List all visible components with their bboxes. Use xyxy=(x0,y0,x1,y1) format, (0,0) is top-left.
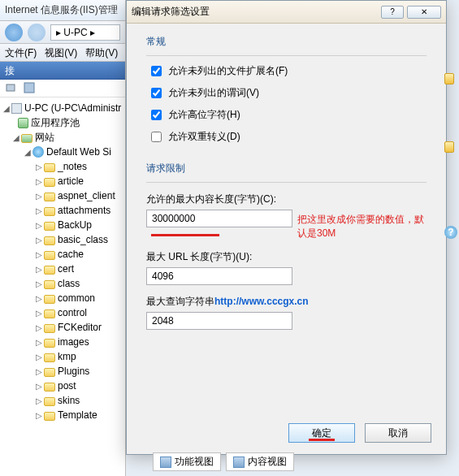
svg-rect-0 xyxy=(6,84,15,91)
tree-folder-article[interactable]: ▷article xyxy=(2,174,123,188)
features-icon xyxy=(160,457,171,468)
menubar: 文件(F) 视图(V) 帮助(V) xyxy=(0,44,125,62)
tree-folder-fckeditor[interactable]: ▷FCKeditor xyxy=(2,320,123,335)
expander-icon[interactable]: ▷ xyxy=(34,338,44,347)
expander-icon[interactable]: ▷ xyxy=(34,279,44,288)
expander-icon[interactable]: ▷ xyxy=(34,250,44,259)
expander-icon[interactable]: ▷ xyxy=(34,206,44,215)
tree-folder-skins[interactable]: ▷skins xyxy=(2,393,123,408)
ok-button[interactable]: 确定 xyxy=(288,423,355,443)
actions-tab[interactable] xyxy=(444,141,454,153)
expander-icon[interactable]: ▷ xyxy=(34,396,44,405)
expander-icon[interactable]: ▷ xyxy=(34,192,44,201)
expander-icon[interactable]: ▷ xyxy=(34,162,44,171)
expander-icon[interactable]: ▷ xyxy=(34,309,44,318)
main-titlebar: Internet 信息服务(IIS)管理 xyxy=(0,0,125,21)
dialog-body: 常规 允许未列出的文件扩展名(F) 允许未列出的谓词(V) 允许高位字符(H) … xyxy=(127,24,446,330)
dialog-title: 编辑请求筛选设置 xyxy=(132,5,210,19)
expander-icon[interactable]: ▷ xyxy=(34,382,44,391)
tree-folder-cert[interactable]: ▷cert xyxy=(2,262,123,276)
folder-icon xyxy=(44,266,55,275)
tab-content-view[interactable]: 内容视图 xyxy=(226,452,294,471)
nav-back-icon[interactable] xyxy=(5,24,23,41)
folder-icon xyxy=(44,309,55,318)
cancel-button[interactable]: 取消 xyxy=(365,423,431,443)
tree-apppools[interactable]: 应用程序池 xyxy=(2,115,123,130)
tree-folder-plugins[interactable]: ▷Plugins xyxy=(2,364,123,379)
folder-icon xyxy=(44,368,55,377)
connections-header: 接 xyxy=(0,62,125,80)
divider xyxy=(146,55,427,56)
expander-icon[interactable]: ▷ xyxy=(34,367,44,376)
tree-folder-control[interactable]: ▷control xyxy=(2,305,123,320)
menu-file[interactable]: 文件(F) xyxy=(5,46,37,58)
tree-folder-class[interactable]: ▷class xyxy=(2,276,123,291)
folder-icon xyxy=(44,295,55,304)
expander-icon[interactable]: ▷ xyxy=(34,236,44,244)
expander-icon[interactable]: ▷ xyxy=(34,221,44,230)
tree-folder-common[interactable]: ▷common xyxy=(2,291,123,305)
expander-icon[interactable]: ▷ xyxy=(34,353,44,361)
tree-sites[interactable]: ◢网站 xyxy=(2,130,123,145)
input-max-query[interactable] xyxy=(146,312,292,330)
nav-forward-icon[interactable] xyxy=(28,24,45,41)
folder-icon xyxy=(44,236,55,245)
label-max-content: 允许的最大内容长度(字节)(C): xyxy=(146,193,427,206)
input-max-url[interactable] xyxy=(146,267,292,285)
svg-rect-1 xyxy=(24,83,34,93)
chk-ext-input[interactable] xyxy=(151,66,162,76)
tree-default-site[interactable]: ◢Default Web Si xyxy=(2,145,123,159)
checkbox-allow-highbit[interactable]: 允许高位字符(H) xyxy=(151,108,427,122)
checkbox-allow-double[interactable]: 允许双重转义(D) xyxy=(151,130,427,144)
expander-icon[interactable]: ▷ xyxy=(34,323,44,332)
close-button[interactable]: ✕ xyxy=(407,6,441,19)
chk-double-input[interactable] xyxy=(151,132,162,142)
sites-icon xyxy=(21,134,32,143)
folder-icon xyxy=(44,178,55,187)
expander-icon[interactable]: ◢ xyxy=(11,133,21,142)
label-max-url: 最大 URL 长度(字节)(U): xyxy=(146,250,427,264)
checkbox-allow-verbs[interactable]: 允许未列出的谓词(V) xyxy=(151,86,427,100)
menu-view[interactable]: 视图(V) xyxy=(45,46,77,58)
tree-folder-cache[interactable]: ▷cache xyxy=(2,247,123,262)
tree-folder-post[interactable]: ▷post xyxy=(2,379,123,393)
view-tabs: 功能视图 内容视图 xyxy=(153,452,294,471)
label-max-query: 最大查询字符串http://www.cccgx.cn xyxy=(146,295,427,309)
tree-folder-_notes[interactable]: ▷_notes xyxy=(2,159,123,174)
window-buttons: ? ✕ xyxy=(381,6,441,19)
tree-folder-template[interactable]: ▷Template xyxy=(2,408,123,422)
expander-icon[interactable]: ▷ xyxy=(34,294,44,303)
dialog-titlebar: 编辑请求筛选设置 ? ✕ xyxy=(127,1,446,24)
watermark-link: http://www.cccgx.cn xyxy=(214,296,309,307)
location-box[interactable]: ▸ U-PC ▸ xyxy=(50,24,120,41)
tree-folder-backup[interactable]: ▷BackUp xyxy=(2,218,123,232)
actions-tab[interactable] xyxy=(444,73,454,84)
request-filtering-dialog: 编辑请求筛选设置 ? ✕ 常规 允许未列出的文件扩展名(F) 允许未列出的谓词(… xyxy=(126,0,447,455)
tree-folder-attachments[interactable]: ▷attachments xyxy=(2,203,123,218)
expander-icon[interactable]: ▷ xyxy=(34,177,44,186)
save-icon[interactable] xyxy=(23,81,36,94)
tree-folder-images[interactable]: ▷images xyxy=(2,335,123,349)
expander-icon[interactable]: ▷ xyxy=(34,265,44,274)
main-title: Internet 信息服务(IIS)管理 xyxy=(5,4,118,15)
help-icon[interactable]: ? xyxy=(444,226,457,239)
group-limits-label: 请求限制 xyxy=(146,162,427,175)
checkbox-allow-ext[interactable]: 允许未列出的文件扩展名(F) xyxy=(151,64,427,78)
input-max-content[interactable] xyxy=(146,210,292,227)
menu-help[interactable]: 帮助(V) xyxy=(85,46,118,58)
expander-icon[interactable]: ▷ xyxy=(34,411,44,420)
folder-icon xyxy=(44,397,55,406)
apppool-icon xyxy=(18,118,28,128)
tab-features-view[interactable]: 功能视图 xyxy=(153,452,221,471)
tree-folder-aspnet_client[interactable]: ▷aspnet_client xyxy=(2,188,123,203)
chk-highbit-input[interactable] xyxy=(151,110,162,120)
expander-icon[interactable]: ◢ xyxy=(23,148,32,157)
connect-icon[interactable] xyxy=(5,81,18,94)
expander-icon[interactable]: ◢ xyxy=(2,104,11,113)
tree-server-node[interactable]: ◢U-PC (U-PC\Administr xyxy=(2,101,123,115)
server-icon xyxy=(11,103,22,114)
tree-folder-basic_class[interactable]: ▷basic_class xyxy=(2,232,123,247)
tree-folder-kmp[interactable]: ▷kmp xyxy=(2,349,123,364)
help-button[interactable]: ? xyxy=(381,6,404,19)
chk-verbs-input[interactable] xyxy=(151,88,162,98)
